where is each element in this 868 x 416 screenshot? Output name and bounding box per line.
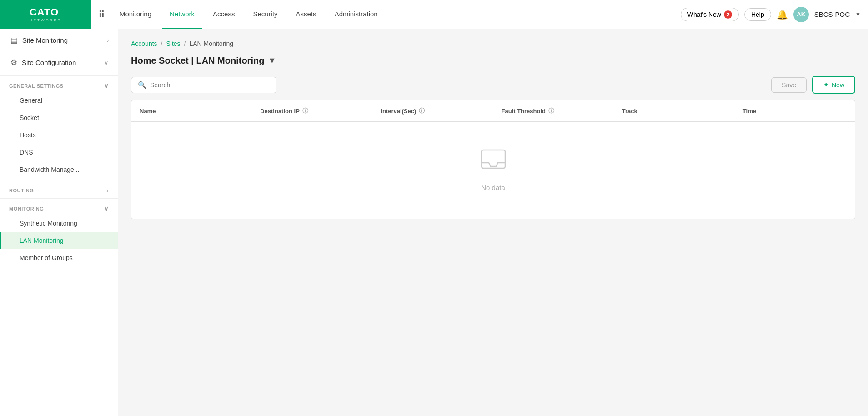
new-icon: ✦ [823,80,829,89]
avatar[interactable]: AK [793,7,809,22]
toolbar: 🔍 Save ✦ New [131,76,855,94]
main-nav: Monitoring Network Access Security Asset… [112,0,681,29]
site-config-icon: ⚙ [10,58,17,67]
chevron-right-icon: › [107,37,109,44]
col-fault-threshold: Fault Threshold ⓘ [493,100,613,121]
logo-sub: NETWORKS [30,18,61,22]
help-icon-fault-threshold[interactable]: ⓘ [548,107,554,115]
whats-new-label: What's New [687,11,721,18]
chevron-down-icon: ∨ [104,205,109,212]
help-button[interactable]: Help [744,8,771,21]
table-container: Name Destination IP ⓘ Interval(Sec) ⓘ Fa… [131,100,855,219]
nav-network[interactable]: Network [162,0,202,29]
page-title: Home Socket | LAN Monitoring ▼ [131,55,855,66]
routing-header[interactable]: ROUTING › [0,182,118,196]
sidebar-item-member-of-groups[interactable]: Member of Groups [0,249,118,266]
breadcrumb-sep2: / [184,40,186,47]
breadcrumb-sep1: / [161,40,163,47]
col-time: Time [734,100,855,121]
sidebar-item-general[interactable]: General [0,92,118,109]
sidebar: ▤ Site Monitoring › ⚙ Site Configuration… [0,29,118,416]
search-icon: 🔍 [138,81,146,89]
logo-text: CATO [30,6,61,18]
chevron-down-icon: ∨ [104,59,109,66]
logo: CATO NETWORKS [0,0,91,29]
sidebar-item-label: Site Monitoring [22,36,68,44]
account-name: SBCS-POC [814,10,850,18]
help-icon-interval[interactable]: ⓘ [419,107,425,115]
main-layout: ▤ Site Monitoring › ⚙ Site Configuration… [0,29,868,416]
sidebar-item-hosts[interactable]: Hosts [0,126,118,144]
sidebar-item-dns[interactable]: DNS [0,144,118,161]
col-destination-ip: Destination IP ⓘ [252,100,372,121]
whats-new-button[interactable]: What's New 2 [681,8,739,21]
sidebar-item-site-configuration[interactable]: ⚙ Site Configuration ∨ [0,51,118,74]
sidebar-item-socket[interactable]: Socket [0,109,118,126]
nav-security[interactable]: Security [246,0,285,29]
content-area: Accounts / Sites / LAN Monitoring Home S… [118,29,868,416]
search-box: 🔍 [131,77,276,93]
breadcrumb-sites[interactable]: Sites [166,40,180,47]
nav-administration[interactable]: Administration [327,0,385,29]
nav-monitoring[interactable]: Monitoring [112,0,159,29]
new-button[interactable]: ✦ New [812,76,855,94]
svg-rect-0 [482,150,505,168]
chevron-down-icon: ∨ [104,82,109,89]
divider [0,198,118,199]
col-interval: Interval(Sec) ⓘ [372,100,493,121]
page-title-dropdown-icon[interactable]: ▼ [268,56,276,65]
breadcrumb-current: LAN Monitoring [190,40,234,47]
chevron-right-icon: › [106,187,109,194]
monitoring-header[interactable]: MONITORING ∨ [0,200,118,215]
empty-inbox-icon [480,149,507,178]
site-monitoring-icon: ▤ [10,35,18,45]
search-input[interactable] [150,81,270,89]
breadcrumb: Accounts / Sites / LAN Monitoring [131,40,855,47]
save-button[interactable]: Save [771,77,807,93]
general-settings-header[interactable]: GENERAL SETTINGS ∨ [0,78,118,92]
nav-assets[interactable]: Assets [289,0,324,29]
grid-icon[interactable]: ⠿ [98,9,105,20]
account-dropdown-icon[interactable]: ▼ [855,11,861,18]
empty-state: No data [131,122,855,219]
table-header: Name Destination IP ⓘ Interval(Sec) ⓘ Fa… [131,100,855,122]
sidebar-item-label: Site Configuration [22,59,76,66]
sidebar-item-lan-monitoring[interactable]: LAN Monitoring [0,232,118,249]
sidebar-item-site-monitoring[interactable]: ▤ Site Monitoring › [0,29,118,51]
col-track: Track [614,100,734,121]
top-nav: CATO NETWORKS ⠿ Monitoring Network Acces… [0,0,868,29]
help-icon-destination-ip[interactable]: ⓘ [302,107,308,115]
whats-new-badge: 2 [724,10,732,19]
nav-access[interactable]: Access [206,0,242,29]
empty-text: No data [481,184,505,191]
divider [0,75,118,76]
divider [0,180,118,180]
col-name: Name [131,100,252,121]
sidebar-item-bandwidth[interactable]: Bandwidth Manage... [0,161,118,178]
sidebar-item-synthetic-monitoring[interactable]: Synthetic Monitoring [0,215,118,232]
nav-right: What's New 2 Help 🔔 AK SBCS-POC ▼ [681,7,861,22]
bell-icon[interactable]: 🔔 [777,9,788,20]
breadcrumb-accounts[interactable]: Accounts [131,40,157,47]
